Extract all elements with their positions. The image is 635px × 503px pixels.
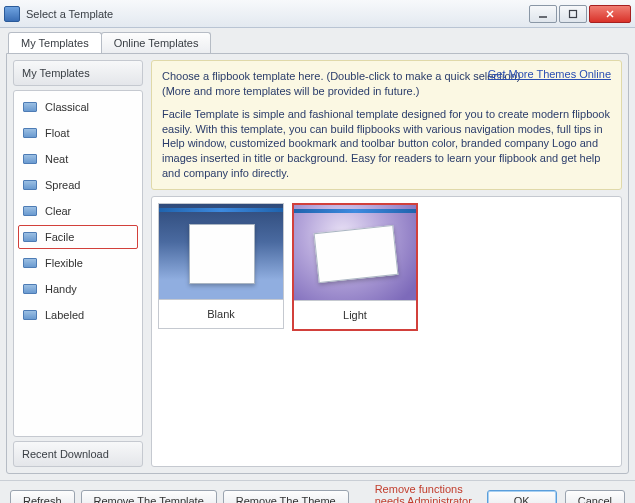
ok-button[interactable]: OK — [487, 490, 557, 504]
sidebar-item-spread[interactable]: Spread — [18, 173, 138, 197]
left-panel: My Templates Classical Float Neat Spread… — [13, 60, 143, 467]
footer-right-buttons: OK Cancel — [487, 490, 625, 504]
sidebar-item-label: Neat — [45, 153, 68, 165]
sidebar-item-label: Facile — [45, 231, 74, 243]
tab-bar: My Templates Online Templates — [0, 28, 635, 53]
cancel-button[interactable]: Cancel — [565, 490, 625, 504]
get-more-themes-link[interactable]: Get More Themes Online — [488, 67, 611, 82]
theme-preview — [159, 204, 283, 300]
refresh-button[interactable]: Refresh — [10, 490, 75, 504]
sidebar-item-label: Spread — [45, 179, 80, 191]
sidebar-item-flexible[interactable]: Flexible — [18, 251, 138, 275]
tab-my-templates[interactable]: My Templates — [8, 32, 102, 53]
sidebar-item-clear[interactable]: Clear — [18, 199, 138, 223]
recent-download-header[interactable]: Recent Download — [13, 441, 143, 467]
sidebar-item-neat[interactable]: Neat — [18, 147, 138, 171]
sidebar-item-float[interactable]: Float — [18, 121, 138, 145]
window-controls — [529, 5, 631, 23]
right-panel: Get More Themes Online Choose a flipbook… — [151, 60, 622, 467]
admin-warning: Remove functions needs Administrator rig… — [375, 483, 481, 504]
info-box: Get More Themes Online Choose a flipbook… — [151, 60, 622, 190]
info-line2: (More and more templates will be provide… — [162, 84, 611, 99]
sidebar-item-classical[interactable]: Classical — [18, 95, 138, 119]
maximize-button[interactable] — [559, 5, 587, 23]
minimize-button[interactable] — [529, 5, 557, 23]
window-title: Select a Template — [26, 8, 529, 20]
sidebar-item-label: Classical — [45, 101, 89, 113]
sidebar-item-label: Handy — [45, 283, 77, 295]
info-description: Facile Template is simple and fashional … — [162, 107, 611, 181]
close-button[interactable] — [589, 5, 631, 23]
theme-preview — [294, 205, 416, 301]
sidebar-item-label: Flexible — [45, 257, 83, 269]
theme-label: Blank — [159, 300, 283, 328]
content-area: My Templates Classical Float Neat Spread… — [6, 53, 629, 474]
sidebar-item-label: Float — [45, 127, 69, 139]
sidebar-item-label: Labeled — [45, 309, 84, 321]
category-list: Classical Float Neat Spread Clear Facile… — [13, 90, 143, 437]
template-icon — [23, 180, 37, 190]
titlebar: Select a Template — [0, 0, 635, 28]
template-icon — [23, 232, 37, 242]
footer: Refresh Remove The Template Remove The T… — [0, 480, 635, 503]
remove-theme-button[interactable]: Remove The Theme — [223, 490, 349, 504]
template-icon — [23, 128, 37, 138]
sidebar-item-handy[interactable]: Handy — [18, 277, 138, 301]
app-icon — [4, 6, 20, 22]
template-icon — [23, 206, 37, 216]
tab-online-templates[interactable]: Online Templates — [101, 32, 212, 53]
sidebar-item-facile[interactable]: Facile — [18, 225, 138, 249]
theme-light[interactable]: Light — [292, 203, 418, 331]
sidebar-item-label: Clear — [45, 205, 71, 217]
theme-grid: Blank Light — [151, 196, 622, 467]
svg-rect-1 — [570, 10, 577, 17]
template-icon — [23, 310, 37, 320]
sidebar-item-labeled[interactable]: Labeled — [18, 303, 138, 327]
remove-template-button[interactable]: Remove The Template — [81, 490, 217, 504]
template-icon — [23, 258, 37, 268]
theme-label: Light — [294, 301, 416, 329]
sidebar-header: My Templates — [13, 60, 143, 86]
template-icon — [23, 154, 37, 164]
template-icon — [23, 102, 37, 112]
theme-blank[interactable]: Blank — [158, 203, 284, 329]
template-icon — [23, 284, 37, 294]
